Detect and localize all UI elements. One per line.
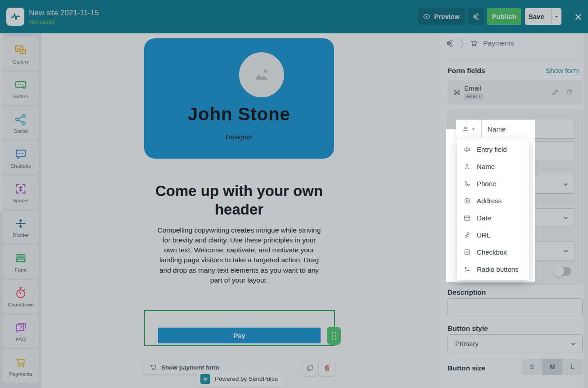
sidebar-item-label: Button xyxy=(13,94,28,99)
form-field-email-row[interactable]: Email email xyxy=(448,80,583,105)
sidebar-item-faq[interactable]: ? FAQ xyxy=(3,315,39,348)
link-icon xyxy=(463,231,471,239)
menu-item-label: Date xyxy=(477,214,491,222)
button-style-select[interactable]: Primary xyxy=(448,334,583,353)
menu-item-phone[interactable]: Phone xyxy=(457,175,529,192)
show-payment-form-label: Show payment form xyxy=(161,364,219,371)
menu-item-name[interactable]: Name xyxy=(457,158,529,175)
button-size-label: Button size xyxy=(448,364,485,372)
sidebar-item-label: Social xyxy=(14,128,27,134)
description-input[interactable] xyxy=(448,298,583,317)
design-tools-button[interactable] xyxy=(468,8,484,25)
profile-name[interactable]: John Stone xyxy=(144,104,334,124)
save-dropdown-toggle[interactable] xyxy=(551,8,561,25)
delete-widget-button[interactable] xyxy=(319,360,335,376)
social-icon xyxy=(14,113,27,126)
avatar[interactable] xyxy=(239,52,284,97)
size-l-button[interactable]: L xyxy=(562,359,583,375)
chevron-down-icon xyxy=(562,248,569,255)
top-bar: New site 2021-11-15 Not saved Preview Pu… xyxy=(0,0,588,33)
sidebar-item-label: Chatbots xyxy=(10,163,31,169)
preview-label: Preview xyxy=(434,13,460,20)
field-type-menu: Entry field Name Phone Address Date URL … xyxy=(457,138,529,280)
menu-item-url[interactable]: URL xyxy=(457,226,529,243)
page-canvas: John Stone Designer Come up with your ow… xyxy=(41,33,439,388)
phone-icon xyxy=(463,180,471,187)
checkbox-icon xyxy=(463,248,471,256)
menu-item-label: Address xyxy=(477,197,502,205)
powered-by-label: Powered by SendPulse xyxy=(215,375,278,382)
powered-by-badge[interactable]: Powered by SendPulse xyxy=(197,371,285,387)
drag-dots-icon xyxy=(332,332,336,340)
sidebar-item-chatbots[interactable]: Chatbots xyxy=(3,141,39,174)
sidebar-item-divider[interactable]: Divider xyxy=(3,210,39,244)
svg-text:?: ? xyxy=(19,324,22,330)
profile-role[interactable]: Designer xyxy=(144,133,334,141)
size-m-button[interactable]: M xyxy=(542,359,562,375)
sidebar-item-social[interactable]: Social xyxy=(3,106,39,140)
menu-item-checkbox[interactable]: Checkbox xyxy=(457,243,529,260)
sidebar-item-label: FAQ xyxy=(15,337,26,342)
pay-button[interactable]: Pay xyxy=(158,328,321,343)
site-builder-app: New site 2021-11-15 Not saved Preview Pu… xyxy=(0,0,588,388)
field-name-input-active[interactable]: Name xyxy=(456,119,535,138)
sidebar-item-gallery[interactable]: Gallery xyxy=(3,37,39,70)
size-s-button[interactable]: S xyxy=(522,359,542,375)
duplicate-widget-button[interactable] xyxy=(302,360,318,376)
button-style-label: Button style xyxy=(448,324,488,333)
hero-section[interactable]: John Stone Designer xyxy=(144,38,334,159)
save-button[interactable]: Save xyxy=(525,8,561,25)
email-field-tag: email xyxy=(464,93,484,100)
pulse-icon xyxy=(202,376,208,382)
required-toggle[interactable] xyxy=(553,267,571,276)
sidebar-item-label: Divider xyxy=(13,233,29,238)
widget-drag-handle[interactable] xyxy=(327,327,341,345)
show-form-link[interactable]: Show form xyxy=(546,67,579,76)
button-icon xyxy=(14,78,27,91)
field-type-dropdown-trigger[interactable] xyxy=(456,120,482,138)
sidebar-item-countdown[interactable]: Countdown xyxy=(3,280,39,313)
copy-icon xyxy=(306,364,314,372)
cart-icon xyxy=(470,39,478,48)
menu-item-label: Phone xyxy=(477,180,496,187)
save-label: Save xyxy=(525,13,547,20)
chevron-down-icon xyxy=(554,14,559,19)
close-builder-button[interactable] xyxy=(573,11,583,22)
entry-field-icon xyxy=(463,146,471,153)
calendar-icon xyxy=(463,214,471,222)
menu-item-entry-field[interactable]: Entry field xyxy=(457,141,529,158)
tools-icon[interactable] xyxy=(445,39,454,48)
menu-item-radio-buttons[interactable]: Radio buttons xyxy=(457,260,529,278)
sidebar-item-label: Payments xyxy=(9,371,32,377)
eye-icon xyxy=(423,13,430,20)
page-heading[interactable]: Come up with your own header xyxy=(149,182,329,219)
menu-item-date[interactable]: Date xyxy=(457,209,529,226)
caret-down-icon xyxy=(471,127,475,131)
edit-pencil-icon[interactable] xyxy=(551,88,559,96)
publish-button[interactable]: Publish xyxy=(487,8,521,25)
sidebar-item-spacer[interactable]: Spacer xyxy=(3,176,39,209)
sidebar-item-payments[interactable]: Payments xyxy=(3,349,39,383)
breadcrumb: Payments xyxy=(445,37,514,50)
menu-item-label: Radio buttons xyxy=(477,265,519,273)
gallery-icon xyxy=(14,43,27,57)
sendpulse-logo[interactable] xyxy=(6,8,24,26)
radio-icon xyxy=(463,265,471,273)
trash-icon[interactable] xyxy=(565,88,574,96)
divider xyxy=(448,59,576,59)
sidebar-item-button[interactable]: Button xyxy=(3,72,39,105)
toggle-knob xyxy=(553,266,564,277)
preview-button[interactable]: Preview xyxy=(418,8,465,25)
widgets-sidebar: Gallery Button Social Chatbots Spacer Di… xyxy=(0,33,41,388)
panel-scrollbar[interactable] xyxy=(583,33,588,388)
page-paragraph[interactable]: Compelling copywriting creates intrigue … xyxy=(155,225,323,285)
breadcrumb-payments[interactable]: Payments xyxy=(483,39,514,47)
sidebar-item-form[interactable]: Form xyxy=(3,245,39,278)
sidebar-item-label: Form xyxy=(15,267,27,273)
field-name-value: Name xyxy=(482,120,535,138)
menu-item-label: Checkbox xyxy=(477,248,507,256)
site-title[interactable]: New site 2021-11-15 xyxy=(29,9,99,18)
menu-item-label: Name xyxy=(477,163,495,170)
publish-label: Publish xyxy=(492,13,516,20)
menu-item-address[interactable]: Address xyxy=(457,192,529,209)
